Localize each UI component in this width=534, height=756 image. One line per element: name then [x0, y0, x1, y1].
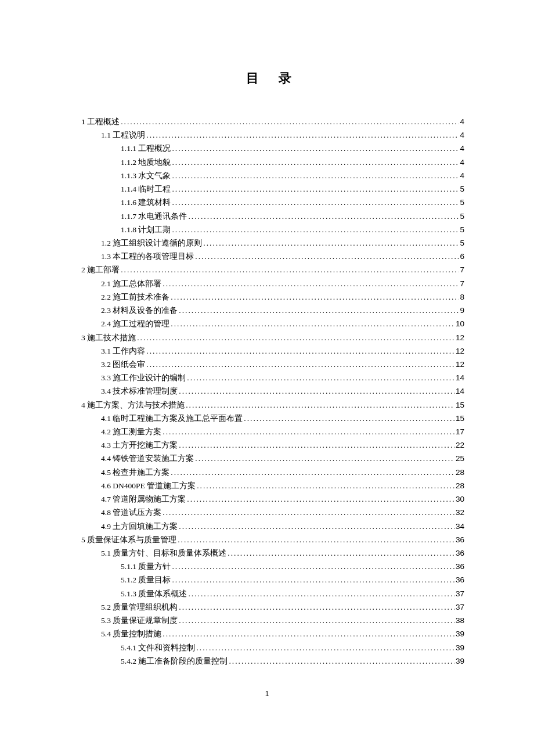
toc-entry: 4.2 施工测量方案17	[101, 425, 464, 438]
toc-dots	[172, 573, 454, 586]
toc-entry-page: 12	[456, 331, 464, 344]
toc-entry-page: 4	[460, 142, 464, 155]
toc-entry: 5.2 质量管理组织机构37	[101, 600, 464, 614]
toc-entry: 5.4.1 文件和资料控制39	[121, 641, 464, 654]
toc-entry-label: 2.4 施工过程的管理	[101, 317, 169, 330]
toc-entry: 5.1.1 质量方针36	[121, 560, 464, 573]
toc-entry: 1.1.6 建筑材料5	[121, 196, 464, 209]
toc-entry-label: 1.1.1 工程概况	[121, 142, 171, 155]
toc-entry: 1.3 本工程的各项管理目标6	[101, 250, 464, 263]
toc-entry-label: 1.1.2 地质地貌	[121, 156, 171, 169]
toc-entry-page: 32	[456, 506, 464, 519]
toc-entry-page: 14	[456, 384, 464, 398]
toc-entry: 4.5 检查井施工方案28	[101, 466, 464, 479]
toc-entry-label: 4.7 管道附属物施工方案	[101, 492, 186, 506]
toc-entry: 4.6 DN400PE 管道施工方案28	[101, 479, 464, 492]
toc-entry-label: 4.4 铸铁管道安装施工方案	[101, 452, 194, 465]
toc-dots	[121, 263, 459, 276]
toc-dots	[172, 223, 459, 236]
toc-entry: 3.1 工作内容12	[101, 344, 464, 358]
toc-entry-page: 6	[460, 250, 464, 263]
toc-dots	[195, 452, 454, 465]
toc-entry: 1.1 工程说明4	[101, 128, 464, 142]
toc-dots	[137, 331, 454, 344]
toc-entry: 2.2 施工前技术准备8	[101, 290, 464, 304]
toc-dots	[163, 506, 454, 519]
toc-dots	[179, 520, 454, 533]
toc-entry-label: 5.2 质量管理组织机构	[101, 600, 178, 614]
toc-entry: 5.1 质量方针、目标和质量体系概述36	[101, 546, 464, 560]
toc-dots	[163, 425, 454, 438]
toc-dots	[172, 182, 459, 196]
toc-entry: 4.3 土方开挖施工方案22	[101, 438, 464, 452]
toc-entry-label: 4.8 管道试压方案	[101, 506, 161, 519]
toc-entry: 3.4 技术标准管理制度14	[101, 384, 464, 398]
toc-entry-label: 3.3 施工作业设计的编制	[101, 371, 186, 384]
toc-dots	[179, 304, 459, 317]
toc-entry-label: 5 质量保证体系与质量管理	[81, 533, 176, 546]
toc-entry-page: 30	[456, 492, 464, 506]
toc-entry: 4 施工方案、方法与技术措施15	[81, 398, 464, 412]
toc-entry-label: 3.2 图纸会审	[101, 358, 145, 371]
toc-entry: 2 施工部署7	[81, 263, 464, 276]
toc-dots	[187, 371, 454, 384]
toc-entry: 1.1.1 工程概况4	[121, 142, 464, 155]
toc-entry-page: 8	[460, 290, 464, 304]
toc-dots	[121, 115, 459, 128]
toc-entry: 3 施工技术措施12	[81, 331, 464, 344]
toc-entry-label: 5.1 质量方针、目标和质量体系概述	[101, 546, 226, 560]
toc-dots	[172, 169, 459, 182]
toc-entry-label: 5.4.1 文件和资料控制	[121, 641, 195, 654]
toc-dots	[171, 290, 459, 304]
toc-entry-page: 28	[456, 466, 464, 479]
toc-entry-page: 25	[456, 452, 464, 465]
toc-entry-label: 1.1.8 计划工期	[121, 223, 171, 236]
toc-entry-page: 36	[456, 533, 464, 546]
toc-entry-page: 39	[456, 641, 464, 654]
toc-entry-page: 5	[460, 196, 464, 209]
document-page: 目 录 1 工程概述41.1 工程说明41.1.1 工程概况41.1.2 地质地…	[0, 0, 534, 691]
toc-entry-page: 4	[460, 169, 464, 182]
toc-dots	[171, 317, 454, 330]
toc-dots	[179, 384, 454, 398]
toc-entry: 1 工程概述4	[81, 115, 464, 128]
toc-entry-label: 1.2 施工组织设计遵循的原则	[101, 236, 202, 250]
toc-entry-page: 38	[456, 614, 464, 627]
toc-entry-page: 12	[456, 344, 464, 358]
toc-entry-label: 1.1.7 水电通讯条件	[121, 210, 187, 223]
toc-entry: 5.4.2 施工准备阶段的质量控制39	[121, 654, 464, 668]
toc-entry-page: 36	[456, 546, 464, 560]
toc-entry: 4.8 管道试压方案32	[101, 506, 464, 519]
toc-dots	[146, 344, 454, 358]
toc-entry-page: 37	[456, 587, 464, 600]
toc-dots	[196, 641, 454, 654]
toc-entry-page: 15	[456, 412, 464, 425]
toc-dots	[172, 142, 459, 155]
toc-dots	[163, 277, 459, 290]
toc-entry-label: 5.1.1 质量方针	[121, 560, 171, 573]
toc-entry: 5.1.3 质量体系概述37	[121, 587, 464, 600]
toc-entry-page: 5	[460, 210, 464, 223]
toc-dots	[229, 654, 454, 668]
toc-entry: 4.4 铸铁管道安装施工方案25	[101, 452, 464, 465]
toc-entry: 1.1.8 计划工期5	[121, 223, 464, 236]
toc-entry-page: 4	[460, 156, 464, 169]
toc-entry-page: 4	[460, 128, 464, 142]
toc-dots	[171, 466, 454, 479]
toc-entry-page: 39	[456, 627, 464, 640]
toc-entry-label: 3.1 工作内容	[101, 344, 145, 358]
toc-entry-label: 2.1 施工总体部署	[101, 277, 161, 290]
toc-dots	[187, 492, 454, 506]
toc-entry-page: 39	[456, 654, 464, 668]
toc-entry-label: 4.9 土方回填施工方案	[101, 520, 178, 533]
toc-entry-label: 1.1.4 临时工程	[121, 182, 171, 196]
toc-entry-label: 2.2 施工前技术准备	[101, 290, 169, 304]
toc-entry: 2.1 施工总体部署7	[101, 277, 464, 290]
toc-dots	[163, 627, 454, 640]
toc-entry-label: 1.1 工程说明	[101, 128, 145, 142]
toc-entry-label: 1.1.3 水文气象	[121, 169, 171, 182]
toc-dots	[188, 587, 454, 600]
toc-entry-page: 10	[456, 317, 464, 330]
page-number: 1	[265, 690, 269, 698]
toc-entry-label: 2.3 材料及设备的准备	[101, 304, 178, 317]
